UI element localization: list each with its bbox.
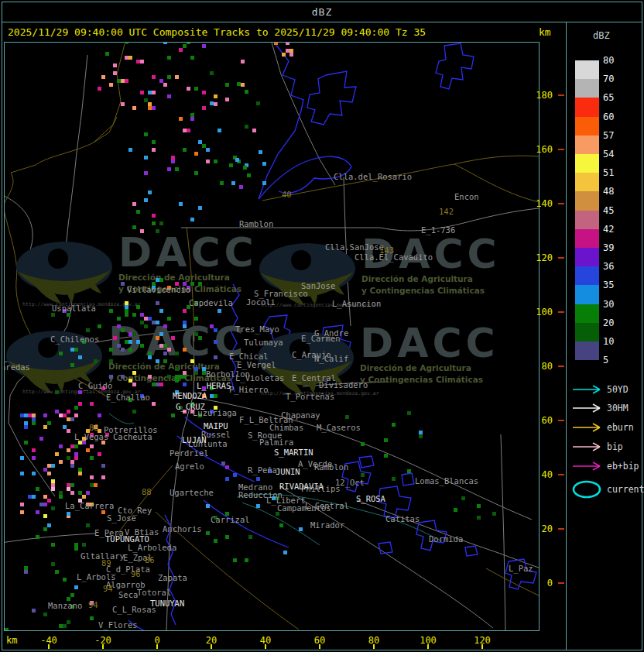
echo-pixel [144, 171, 148, 175]
echo-pixel [43, 503, 47, 506]
map-place-label: Lomas_Blancas [415, 477, 478, 486]
echo-pixel [225, 477, 229, 481]
echo-pixel [28, 414, 32, 417]
map-place-label: Manzano [48, 602, 82, 610]
echo-pixel [144, 317, 148, 321]
y-axis-tick-label: 0 [520, 578, 553, 589]
echo-pixel [225, 535, 229, 539]
echo-pixel [384, 454, 388, 458]
echo-pixel [98, 87, 101, 91]
scale-block [575, 136, 599, 154]
echo-pixel [407, 469, 411, 473]
echo-pixel [214, 94, 218, 98]
echo-pixel [43, 514, 47, 518]
echo-pixel [125, 42, 128, 44]
echo-pixel [125, 313, 128, 317]
echo-pixel [70, 491, 74, 495]
map-place-label: L_Central [305, 502, 349, 510]
map-place-label: E_1-736 [421, 226, 455, 235]
echo-pixel [210, 71, 214, 75]
echo-pixel [286, 49, 289, 53]
map-place-label: Tulumaya [244, 338, 283, 347]
scale-tick-label: 35 [603, 280, 629, 290]
scale-tick-label: 45 [603, 205, 629, 216]
map-place-label: Capdevila [189, 299, 233, 307]
map-place-label: Cacheuta [113, 433, 152, 441]
route-number-label: 88 [89, 424, 99, 432]
map-place-label: Catitas [385, 515, 420, 523]
y-axis-tick-label: 100 [520, 307, 553, 317]
echo-pixel [171, 414, 175, 417]
echo-pixel [148, 91, 152, 94]
echo-pixel [105, 52, 109, 56]
scale-tick-label: 80 [603, 55, 629, 66]
major-city-label: RIVADAVIA [279, 482, 324, 491]
echo-pixel [194, 152, 198, 156]
scale-block [575, 60, 599, 79]
legend-symbol-current [569, 480, 605, 499]
echo-pixel [74, 456, 78, 460]
echo-pixel [125, 79, 128, 83]
echo-pixel [175, 75, 179, 79]
echo-pixel [39, 437, 43, 441]
echo-pixel [63, 624, 67, 628]
echo-pixel [183, 309, 187, 313]
y-axis-tick [558, 420, 564, 421]
echo-pixel [5, 628, 9, 631]
echo-pixel [86, 523, 90, 527]
echo-pixel [132, 332, 136, 336]
echo-pixel [248, 535, 252, 539]
echo-pixel [206, 160, 210, 163]
echo-pixel [51, 464, 55, 468]
echo-pixel [132, 383, 136, 386]
echo-pixel [152, 91, 156, 94]
echo-pixel [477, 504, 481, 508]
echo-pixel [132, 225, 136, 229]
scale-block [575, 117, 599, 136]
scale-block [575, 211, 599, 229]
echo-pixel [167, 56, 171, 60]
map-place-label: C_Guido [78, 382, 112, 390]
echo-pixel [70, 417, 74, 421]
echo-pixel [194, 317, 198, 321]
echo-pixel [121, 328, 125, 332]
echo-pixel [125, 56, 128, 60]
echo-pixel [218, 129, 221, 132]
echo-pixel [101, 464, 105, 468]
map-place-label: Dormida [429, 535, 463, 544]
map-place-label: Mirador [310, 521, 344, 530]
echo-pixel [86, 491, 90, 495]
echo-pixel [152, 221, 156, 225]
echo-pixel [82, 495, 86, 499]
echo-pixel [461, 496, 465, 500]
echo-pixel [183, 348, 187, 352]
map-place-label: E_Challao [106, 393, 150, 402]
x-axis-tick [427, 644, 429, 649]
echo-pixel [51, 506, 55, 510]
echo-pixel [152, 75, 156, 79]
echo-pixel [78, 491, 82, 495]
route-number-label: 88 [142, 488, 152, 496]
echo-pixel [202, 44, 206, 48]
echo-pixel [125, 305, 128, 309]
echo-pixel [175, 352, 179, 355]
echo-pixel [121, 348, 125, 352]
echo-pixel [187, 129, 190, 132]
echo-pixel [128, 340, 132, 344]
major-city-label: LUJAN [182, 436, 207, 444]
echo-pixel [59, 460, 63, 464]
echo-pixel [206, 531, 210, 535]
echo-pixel [132, 313, 136, 317]
echo-pixel [78, 468, 82, 472]
map-place-label: L_Asuncion [332, 300, 381, 308]
echo-pixel [220, 181, 224, 185]
echo-pixel [183, 129, 187, 132]
legend-symbol-eburn [569, 418, 605, 437]
scale-tick-label: 65 [603, 92, 629, 103]
echo-pixel [98, 414, 101, 417]
y-axis-tick [558, 311, 564, 313]
echo-pixel [113, 63, 117, 67]
echo-pixel [32, 417, 36, 421]
echo-pixel [32, 495, 36, 499]
echo-pixel [152, 402, 156, 406]
